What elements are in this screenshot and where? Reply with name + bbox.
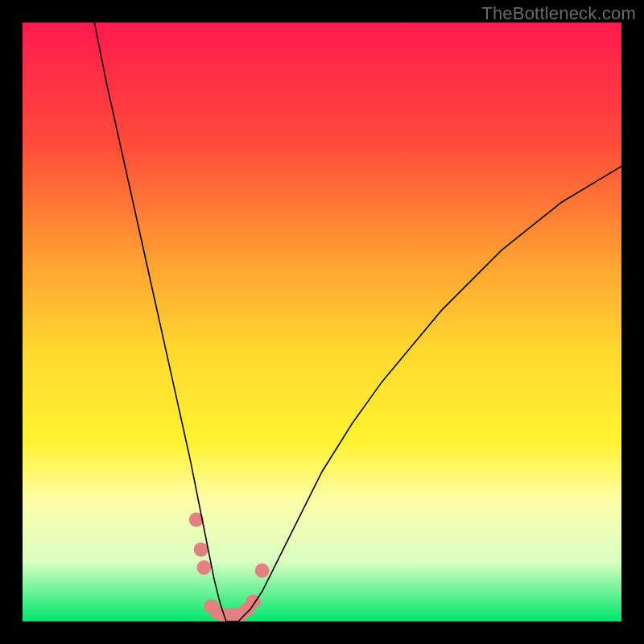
- plot-area: [23, 23, 621, 621]
- watermark-text: TheBottleneck.com: [481, 3, 636, 24]
- data-point: [196, 560, 211, 575]
- gradient-background: [23, 23, 621, 621]
- data-point: [194, 543, 208, 557]
- chart-svg: [23, 23, 621, 621]
- data-point: [255, 564, 270, 578]
- chart-frame: TheBottleneck.com: [0, 0, 644, 644]
